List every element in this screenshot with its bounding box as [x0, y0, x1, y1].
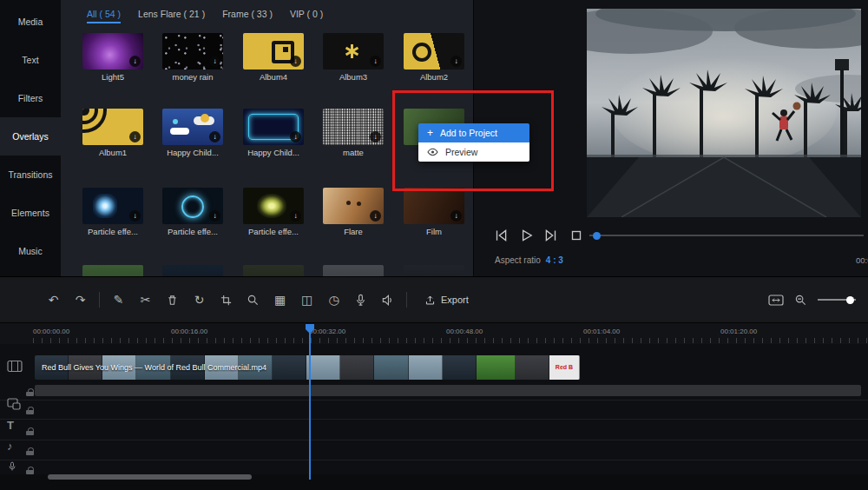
seek-handle[interactable] [593, 232, 601, 240]
overlay-thumbnail[interactable]: ↓ [243, 109, 304, 145]
audio-lane-strip[interactable] [35, 385, 861, 396]
overlay-card[interactable]: ↓ Album4 [243, 33, 304, 82]
overlay-thumbnail[interactable]: ↓ [404, 33, 464, 70]
download-icon[interactable]: ↓ [209, 56, 220, 67]
overlay-card[interactable]: ↓ money rain [162, 33, 223, 82]
download-icon[interactable]: ↓ [129, 131, 141, 142]
download-icon[interactable]: ↓ [290, 131, 301, 142]
overlay-thumbnail[interactable]: ↓ [82, 188, 143, 224]
download-icon[interactable]: ↓ [129, 210, 141, 222]
video-track-icon[interactable] [7, 360, 23, 373]
overlay-card[interactable]: ↓ Particle effe... [82, 188, 143, 236]
video-clip[interactable]: Red B Red Bull Gives You Wings — World o… [35, 355, 580, 380]
overlay-thumbnail[interactable] [404, 265, 464, 276]
timeline-ruler[interactable]: 00:00:00.00 00:00:16.00 00:00:32.00 00:0… [0, 323, 868, 344]
voiceover-track-icon[interactable] [7, 460, 17, 473]
delete-icon[interactable] [159, 293, 186, 307]
sidebar-item-filters[interactable]: Filters [0, 79, 61, 117]
overlay-thumbnail[interactable]: ↓ [162, 33, 223, 70]
overlay-card[interactable]: ↓ Album1 [82, 109, 143, 157]
rotate-icon[interactable]: ↻ [186, 294, 213, 306]
overlay-card[interactable] [162, 265, 223, 276]
edit-icon[interactable]: ✎ [105, 294, 132, 306]
track-lock-icon[interactable] [26, 388, 34, 396]
tab-vip[interactable]: VIP ( 0 ) [290, 9, 323, 23]
download-icon[interactable]: ↓ [290, 56, 301, 67]
track-lock-icon[interactable] [26, 467, 34, 474]
redo-icon[interactable]: ↷ [67, 294, 94, 306]
overlay-thumbnail[interactable] [323, 265, 384, 276]
sidebar-item-text[interactable]: Text [0, 41, 61, 79]
next-frame-button[interactable] [543, 228, 559, 243]
sidebar-item-music[interactable]: Music [0, 232, 61, 270]
overlay-card[interactable] [323, 265, 384, 276]
overlay-card[interactable]: ↓ Album3 [323, 33, 384, 82]
download-icon[interactable]: ↓ [370, 131, 381, 142]
overlay-thumbnail[interactable] [82, 265, 143, 276]
crop-icon[interactable] [213, 293, 240, 307]
overlay-thumbnail[interactable]: ↓ [243, 33, 304, 70]
timeline-zoom-slider[interactable] [818, 299, 856, 301]
overlay-card[interactable]: ↓ Particle effe... [162, 188, 223, 236]
undo-icon[interactable]: ↶ [40, 294, 67, 306]
text-track-icon[interactable]: T [7, 419, 14, 432]
track-lock-icon[interactable] [26, 427, 34, 435]
preview-menu-item[interactable]: Preview [418, 142, 529, 162]
overlay-card[interactable]: ↓ matte [323, 109, 384, 157]
sidebar-item-transitions[interactable]: Transitions [0, 156, 61, 194]
download-icon[interactable]: ↓ [370, 56, 381, 67]
text-to-speech-icon[interactable] [374, 293, 401, 307]
duration-icon[interactable]: ◷ [320, 294, 347, 306]
download-icon[interactable]: ↓ [370, 210, 381, 222]
overlay-thumbnail[interactable] [243, 265, 304, 276]
overlay-thumbnail[interactable]: ↓ [323, 33, 384, 70]
overlay-card[interactable] [243, 265, 304, 276]
playhead-line[interactable] [309, 324, 311, 480]
zoom-slider-handle[interactable] [846, 296, 854, 304]
stop-button[interactable] [569, 228, 584, 243]
download-icon[interactable]: ↓ [450, 56, 462, 67]
download-icon[interactable]: ↓ [450, 210, 462, 222]
voiceover-icon[interactable] [347, 293, 374, 307]
overlay-thumbnail[interactable]: ↓ [323, 188, 384, 224]
overlay-card[interactable]: ↓ Film [404, 188, 464, 236]
overlay-thumbnail[interactable]: ↓ [82, 33, 143, 70]
overlay-card[interactable]: ↓ Flare [323, 188, 384, 236]
mosaic-icon[interactable]: ▦ [266, 294, 293, 306]
overlay-card[interactable]: ↓ Particle effe... [243, 188, 304, 236]
download-icon[interactable]: ↓ [129, 56, 141, 67]
tab-all[interactable]: All ( 54 ) [87, 9, 121, 23]
tab-lens-flare[interactable]: Lens Flare ( 21 ) [138, 9, 205, 23]
download-icon[interactable]: ↓ [209, 131, 220, 142]
overlay-track-icon[interactable] [7, 398, 21, 410]
download-icon[interactable]: ↓ [209, 210, 220, 222]
overlay-card[interactable]: ↓ Light5 [82, 33, 143, 82]
fit-timeline-icon[interactable] [768, 295, 784, 306]
sidebar-item-overlays[interactable]: Overlays [0, 117, 61, 156]
overlay-thumbnail[interactable]: ↓ [162, 109, 223, 145]
track-lock-icon[interactable] [26, 447, 34, 455]
music-track-icon[interactable]: ♪ [7, 440, 13, 453]
overlay-card[interactable]: ↓ Happy Child... [162, 109, 223, 157]
tab-frame[interactable]: Frame ( 33 ) [222, 9, 273, 23]
preview-seek-bar[interactable] [589, 235, 864, 236]
overlay-thumbnail[interactable]: ↓ [82, 109, 143, 145]
timeline-scrollbar[interactable] [48, 474, 252, 480]
play-button[interactable] [518, 228, 534, 243]
overlay-card[interactable]: ↓ Album2 [404, 33, 464, 82]
overlay-thumbnail[interactable]: ↓ [404, 188, 464, 224]
overlay-thumbnail[interactable] [162, 265, 223, 276]
previous-frame-button[interactable] [493, 228, 509, 243]
overlay-thumbnail[interactable]: ↓ [243, 188, 304, 224]
add-to-project-menu-item[interactable]: + Add to Project [418, 123, 529, 142]
overlay-thumbnail[interactable]: ↓ [323, 109, 384, 145]
zoom-out-icon[interactable] [794, 294, 807, 307]
overlay-thumbnail[interactable]: ↓ [162, 188, 223, 224]
track-lock-icon[interactable] [26, 407, 34, 414]
overlay-card[interactable] [82, 265, 143, 276]
split-icon[interactable]: ✂ [132, 294, 159, 306]
export-button[interactable]: Export [424, 295, 469, 306]
overlay-card[interactable] [404, 265, 464, 276]
sidebar-item-media[interactable]: Media [0, 3, 61, 41]
download-icon[interactable]: ↓ [290, 210, 301, 222]
